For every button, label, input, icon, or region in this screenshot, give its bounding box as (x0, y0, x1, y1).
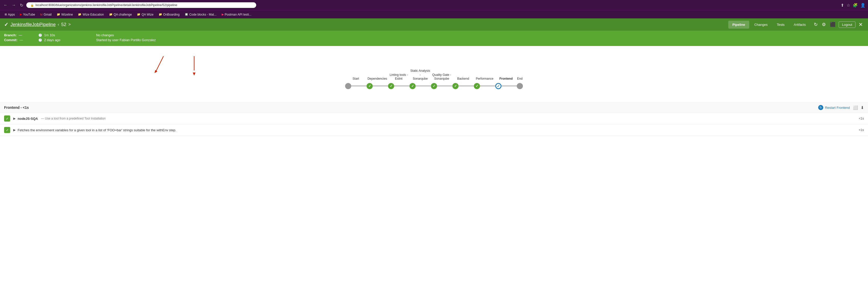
stage-frontend[interactable]: Frontend ✓ (495, 77, 517, 89)
back-button[interactable]: ← (3, 2, 9, 8)
profile-button[interactable]: 👤 (860, 3, 865, 8)
step-2-expand-button[interactable]: ▶ (13, 128, 16, 132)
stage-dependencies-label: Dependencies (368, 77, 387, 81)
restart-frontend-button[interactable]: ↻ Restart Frontend (818, 105, 850, 110)
bookmark-apps-label: Apps (8, 13, 15, 17)
step-2-desc: Fetches the environment variables for a … (18, 128, 176, 132)
bookmark-onboarding-label: OnBoarding (163, 13, 180, 17)
pipeline-title-link[interactable]: JenkinsfileJobPipeline (10, 22, 56, 27)
check-icon-linting: ✓ (390, 84, 393, 88)
bottom-section: Frontend - <1s ↻ Restart Frontend ⬜ ⬇ ✓ … (0, 102, 868, 136)
stage-frontend-circle: ✓ (495, 83, 501, 89)
bookmark-apps[interactable]: ⊞ Apps (3, 12, 17, 17)
stage-quality-gate[interactable]: Quality Gate -Sonarqube ✓ (431, 73, 453, 89)
check-icon-frontend: ✓ (497, 84, 500, 88)
bookmark-gmail[interactable]: M Gmail (38, 12, 54, 17)
stage-quality-gate-label: Quality Gate -Sonarqube (432, 73, 451, 81)
meta-bar: Branch: — Commit: — 🕐 1m 10s 🕐 2 days ag… (0, 31, 868, 46)
bookmark-button[interactable]: ☆ (846, 3, 850, 8)
bookmark-wize-education[interactable]: 📁 Wize Education (76, 12, 106, 17)
forward-button[interactable]: → (11, 2, 17, 8)
tab-changes[interactable]: Changes (750, 21, 772, 29)
bookmark-qa-wize-label: QA Wize (142, 13, 154, 17)
check-icon-quality-gate: ✓ (433, 84, 436, 88)
lock-icon: 🔒 (30, 4, 34, 7)
apps-icon: ⊞ (5, 13, 7, 16)
bookmark-code-blocks[interactable]: 🔲 Code blocks - Mat... (183, 12, 219, 17)
bookmark-wizeline[interactable]: 📁 Wizeline (55, 12, 75, 17)
bookmark-wize-education-label: Wize Education (83, 13, 104, 17)
stage-dependencies[interactable]: Dependencies ✓ (367, 77, 388, 89)
bookmark-youtube[interactable]: ▶ YouTube (18, 12, 37, 17)
url-text: localhost:8080/blue/organizations/jenkin… (35, 3, 177, 7)
step-1-expand-button[interactable]: ▶ (13, 117, 16, 120)
stage-end-label: End (517, 77, 522, 81)
jenkins-header: ✓ JenkinsfileJobPipeline ‹ 52 > Pipeline… (0, 19, 868, 31)
stage-static-analysis[interactable]: Static Analysis -Sonarqube ✓ (409, 69, 431, 89)
bookmark-postman[interactable]: ▶ Postman API testi... (220, 12, 254, 17)
header-nav: Pipeline Changes Tests Artifacts (728, 21, 810, 29)
stage-dependencies-circle: ✓ (367, 83, 373, 89)
download-icon[interactable]: ⬇ (861, 105, 864, 110)
connector-line-1 (351, 86, 367, 86)
bookmark-qa-wize[interactable]: 📁 QA Wize (135, 12, 156, 17)
commit-label: Commit: (4, 38, 18, 42)
stage-frontend-label: Frontend (499, 77, 513, 81)
folder-icon-4: 📁 (137, 13, 141, 16)
duration-value: 1m 10s (44, 33, 55, 37)
stage-backend-circle: ✓ (453, 83, 459, 89)
breadcrumb-separator: ‹ (58, 22, 59, 27)
stage-static-analysis-label: Static Analysis -Sonarqube (410, 69, 430, 81)
bookmark-qa-challenge-label: QA challenge (114, 13, 132, 17)
svg-line-0 (156, 56, 163, 71)
stage-start[interactable]: Start (345, 77, 367, 89)
started-by-text: Started by user Fabian Portillo Gonzalez (96, 38, 156, 42)
stage-title: Frontend - <1s (4, 105, 818, 109)
settings-button[interactable]: ⚙ (821, 21, 827, 28)
stage-dependencies-connector: ✓ (367, 83, 388, 89)
stage-backend[interactable]: Backend ✓ (453, 77, 474, 89)
success-check-icon: ✓ (4, 22, 8, 28)
stage-quality-gate-circle: ✓ (431, 83, 437, 89)
step-row-1: ✓ ▶ nodeJS-SQA — Use a tool from a prede… (0, 113, 868, 124)
connector-line-5 (437, 86, 453, 86)
share-button[interactable]: ⬆ (841, 3, 844, 8)
stage-linting[interactable]: Linting tools -Eslint ✓ (388, 73, 409, 89)
step-2-status-icon: ✓ (4, 127, 10, 133)
address-bar[interactable]: 🔒 localhost:8080/blue/organizations/jenk… (26, 2, 256, 8)
no-changes-text: No changes (96, 33, 114, 37)
bookmarks-bar: ⊞ Apps ▶ YouTube M Gmail 📁 Wizeline 📁 Wi… (0, 10, 868, 19)
connector-line-8 (501, 86, 517, 86)
tab-pipeline[interactable]: Pipeline (728, 21, 749, 29)
stage-frontend-connector: ✓ (495, 83, 517, 89)
extensions-button[interactable]: 🧩 (853, 3, 858, 8)
bookmark-gmail-label: Gmail (44, 13, 52, 17)
action-icons: ⬜ ⬇ (853, 105, 864, 110)
folder-icon-3: 📁 (109, 13, 113, 16)
tab-tests[interactable]: Tests (773, 21, 788, 29)
bookmark-code-blocks-label: Code blocks - Mat... (189, 13, 217, 17)
time-ago-value: 2 days ago (44, 38, 61, 42)
clock-icon-2: 🕐 (38, 38, 42, 42)
refresh-pipeline-button[interactable]: ↻ (813, 21, 819, 28)
external-link-icon[interactable]: ⬜ (853, 105, 858, 110)
stage-performance[interactable]: Performance ✓ (474, 77, 495, 89)
stage-linting-circle: ✓ (388, 83, 394, 89)
exit-button[interactable]: ⬛ (829, 21, 837, 28)
header-actions: ↻ ⚙ ⬛ Logout ✕ (813, 21, 864, 29)
postman-icon: ▶ (222, 13, 224, 16)
bookmark-qa-challenge[interactable]: 📁 QA challenge (107, 12, 134, 17)
connector-line-3 (394, 86, 409, 86)
logout-button[interactable]: Logout (839, 22, 856, 28)
stage-performance-circle: ✓ (474, 83, 480, 89)
folder-icon-5: 📁 (159, 13, 162, 16)
bookmark-onboarding[interactable]: 📁 OnBoarding (157, 12, 182, 17)
tab-artifacts[interactable]: Artifacts (789, 21, 810, 29)
step-1-desc: — Use a tool from a predefined Tool Inst… (41, 117, 105, 120)
stage-backend-label: Backend (457, 77, 469, 81)
refresh-button[interactable]: ↻ (19, 2, 24, 8)
close-button[interactable]: ✕ (858, 21, 864, 29)
stage-backend-connector: ✓ (453, 83, 474, 89)
step-1-time: <1s (859, 117, 864, 120)
stage-end[interactable]: End (517, 77, 523, 89)
